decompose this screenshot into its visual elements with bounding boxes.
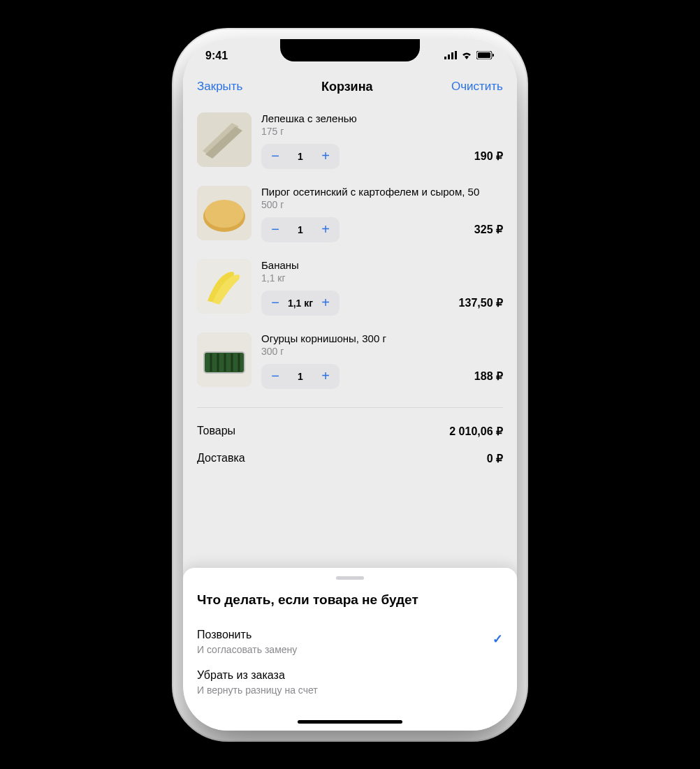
quantity-stepper: − 1 + xyxy=(261,364,340,389)
page-title: Корзина xyxy=(321,80,373,94)
product-price: 325 ₽ xyxy=(474,223,503,236)
battery-icon xyxy=(476,50,495,62)
summary-delivery-label: Доставка xyxy=(197,452,245,465)
status-indicators xyxy=(444,50,495,62)
svg-rect-6 xyxy=(493,54,494,57)
status-time: 9:41 xyxy=(205,50,228,62)
summary-goods-value: 2 010,06 ₽ xyxy=(449,425,503,438)
option-title: Убрать из заказа xyxy=(197,669,318,682)
sheet-title: Что делать, если товара не будет xyxy=(197,592,503,608)
product-name: Огурцы корнишоны, 300 г xyxy=(261,332,503,344)
signal-icon xyxy=(444,50,457,62)
quantity-value: 1 xyxy=(286,151,314,162)
product-price: 190 ₽ xyxy=(474,149,503,163)
option-remove[interactable]: Убрать из заказа И вернуть разницу на сч… xyxy=(197,662,503,703)
summary-goods: Товары 2 010,06 ₽ xyxy=(197,418,503,445)
cart-item: Лепешка с зеленью 175 г − 1 + 190 ₽ xyxy=(197,104,503,177)
minus-button[interactable]: − xyxy=(264,365,286,388)
minus-button[interactable]: − xyxy=(264,219,286,241)
product-weight: 500 г xyxy=(261,199,503,210)
plus-button[interactable]: + xyxy=(314,219,337,241)
product-thumbnail[interactable] xyxy=(197,259,251,314)
product-name: Бананы xyxy=(261,259,503,271)
quantity-stepper: − 1,1 кг + xyxy=(261,291,340,316)
checkmark-icon: ✓ xyxy=(493,631,503,647)
screen: 9:41 Закрыть Корзина Очистить Лепешка с … xyxy=(183,39,517,731)
product-weight: 175 г xyxy=(261,126,503,137)
svg-rect-2 xyxy=(451,52,453,59)
quantity-stepper: − 1 + xyxy=(261,217,340,242)
divider xyxy=(197,407,503,408)
svg-point-12 xyxy=(205,200,244,228)
cart-item: Огурцы корнишоны, 300 г 300 г − 1 + 188 … xyxy=(197,324,503,397)
summary-goods-label: Товары xyxy=(197,425,235,438)
svg-rect-5 xyxy=(478,52,490,58)
cart-item: Пирог осетинский с картофелем и сыром, 5… xyxy=(197,177,503,251)
plus-button[interactable]: + xyxy=(314,365,337,388)
summary-delivery: Доставка 0 ₽ xyxy=(197,445,503,472)
plus-button[interactable]: + xyxy=(314,292,337,314)
product-price: 137,50 ₽ xyxy=(459,296,503,309)
phone-frame: 9:41 Закрыть Корзина Очистить Лепешка с … xyxy=(183,39,517,731)
option-subtitle: И вернуть разницу на счет xyxy=(197,684,318,696)
home-indicator[interactable] xyxy=(298,720,402,724)
product-name: Пирог осетинский с картофелем и сыром, 5… xyxy=(261,186,503,198)
product-name: Лепешка с зеленью xyxy=(261,112,503,124)
notch xyxy=(280,39,420,61)
minus-button[interactable]: − xyxy=(264,145,286,168)
sheet-handle[interactable] xyxy=(336,576,364,580)
product-price: 188 ₽ xyxy=(474,369,503,383)
svg-rect-0 xyxy=(444,57,446,59)
product-thumbnail[interactable] xyxy=(197,186,251,240)
product-weight: 1,1 кг xyxy=(261,272,503,284)
option-subtitle: И согласовать замену xyxy=(197,644,297,655)
clear-button[interactable]: Очистить xyxy=(451,80,503,94)
summary-delivery-value: 0 ₽ xyxy=(487,452,503,465)
quantity-value: 1,1 кг xyxy=(286,298,314,309)
product-thumbnail[interactable] xyxy=(197,332,251,387)
svg-rect-3 xyxy=(455,51,457,59)
plus-button[interactable]: + xyxy=(314,145,337,168)
product-thumbnail[interactable] xyxy=(197,112,251,167)
cart-list[interactable]: Лепешка с зеленью 175 г − 1 + 190 ₽ xyxy=(183,104,517,472)
quantity-value: 1 xyxy=(286,224,314,235)
quantity-value: 1 xyxy=(286,371,314,382)
product-weight: 300 г xyxy=(261,346,503,357)
nav-bar: Закрыть Корзина Очистить xyxy=(183,73,517,104)
cart-item: Бананы 1,1 кг − 1,1 кг + 137,50 ₽ xyxy=(197,251,503,324)
wifi-icon xyxy=(461,50,472,62)
option-call[interactable]: Позвонить И согласовать замену ✓ xyxy=(197,622,503,662)
minus-button[interactable]: − xyxy=(264,292,286,314)
svg-rect-1 xyxy=(448,54,450,59)
close-button[interactable]: Закрыть xyxy=(197,80,242,94)
bottom-sheet: Что делать, если товара не будет Позвони… xyxy=(183,568,517,731)
quantity-stepper: − 1 + xyxy=(261,144,340,169)
option-title: Позвонить xyxy=(197,629,297,641)
